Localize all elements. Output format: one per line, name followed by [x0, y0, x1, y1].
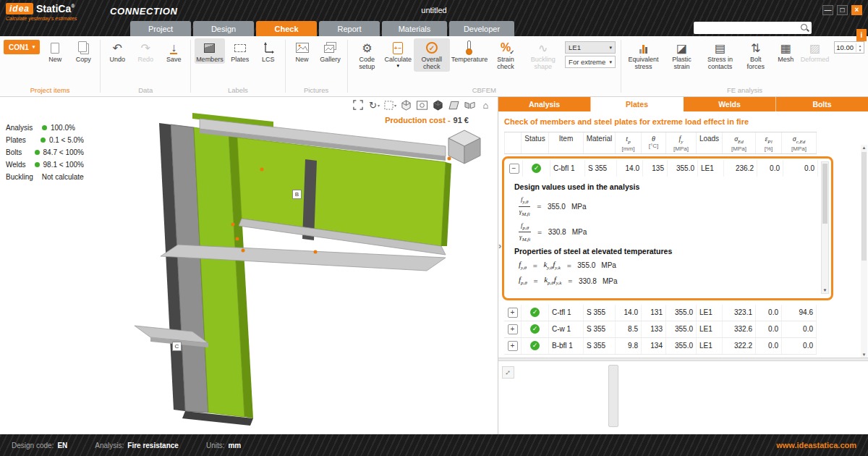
- detail-nav-chevron[interactable]: ›: [498, 240, 501, 251]
- plastic-strain-button[interactable]: ◪ Plastic strain: [664, 38, 699, 72]
- detail-scrollbar[interactable]: ▼: [821, 161, 829, 293]
- overall-check-icon: ✓: [426, 42, 438, 54]
- code-setup-button[interactable]: ⚙ Code setup: [351, 38, 383, 72]
- navigation-cube[interactable]: [444, 126, 485, 166]
- tab-report[interactable]: Report: [319, 21, 380, 36]
- gallery-button[interactable]: Gallery: [318, 38, 344, 64]
- load-case-select[interactable]: LE1▾: [565, 41, 616, 54]
- extreme-select[interactable]: For extreme▾: [565, 56, 616, 68]
- cell-tp: 14.0: [617, 160, 643, 177]
- row-expand-button[interactable]: +: [508, 341, 518, 351]
- members-toggle[interactable]: Members: [195, 38, 225, 64]
- bolt-forces-button[interactable]: ⇅ Bolt forces: [741, 38, 770, 72]
- view-cube-icon[interactable]: [400, 98, 412, 111]
- calculate-button[interactable]: +− Calculate ▾: [385, 38, 411, 69]
- results-content: Check of members and steel plates for ex…: [498, 111, 868, 434]
- members-icon: [204, 43, 215, 53]
- app-logo: idea StatiCa® Calculate yesterday's esti…: [6, 3, 77, 21]
- picture-icon: [296, 40, 309, 56]
- scroll-up-icon[interactable]: ▲: [861, 145, 867, 150]
- equivalent-stress-button[interactable]: Equivalent stress: [625, 38, 662, 72]
- scrollbar-thumb[interactable]: [861, 152, 867, 261]
- analysis-status: Analysis: Fire resistance: [95, 442, 179, 449]
- cell-item: C-w 1: [549, 321, 584, 337]
- results-scrollbar[interactable]: ▲ ▼: [861, 145, 867, 358]
- table-row[interactable]: + ✓ C-tfl 1 S 355 14.0 131 355.0 LE1 323…: [504, 305, 817, 321]
- minimize-button[interactable]: —: [822, 5, 833, 15]
- tab-design[interactable]: Design: [193, 21, 254, 36]
- search-icon[interactable]: [800, 23, 809, 33]
- con1-dropdown[interactable]: CON1▾: [4, 40, 40, 54]
- row-expand-button[interactable]: +: [508, 308, 518, 318]
- stepper-arrows[interactable]: ▴▾: [856, 43, 864, 52]
- mesh-button[interactable]: ▦ Mesh: [773, 38, 799, 64]
- overall-check-button[interactable]: ✓ Overall check: [414, 38, 451, 72]
- cell-sigma-ed: 332.6: [723, 321, 756, 337]
- cell-fy: 355.0: [666, 305, 697, 321]
- tab-bolts[interactable]: Bolts: [776, 97, 868, 111]
- lcs-toggle[interactable]: LCS: [255, 38, 281, 64]
- zoom-select-icon[interactable]: ▾: [384, 98, 396, 111]
- capture-view-icon[interactable]: [416, 98, 428, 111]
- buckling-shape-button[interactable]: ∿ Buckling shape: [524, 38, 561, 72]
- deformed-button[interactable]: ▨ Deformed: [801, 38, 829, 64]
- strain-check-button[interactable]: %✓ Strain check: [489, 38, 523, 72]
- row-expand-button[interactable]: +: [508, 324, 518, 334]
- table-row[interactable]: + ✓ B-bfl 1 S 355 9.8 134 355.0 LE1 322.…: [504, 338, 817, 355]
- deformed-scale-stepper[interactable]: 10.00 ▴▾: [834, 41, 864, 54]
- buckling-shape-icon: ∿: [538, 40, 548, 56]
- fit-view-icon[interactable]: [352, 98, 365, 111]
- tab-analysis[interactable]: Analysis: [498, 97, 591, 111]
- row-collapse-button[interactable]: −: [509, 164, 519, 174]
- info-button[interactable]: i: [856, 29, 867, 41]
- rotate-view-icon[interactable]: ↻▾: [368, 98, 380, 111]
- plates-toggle[interactable]: Plates: [227, 38, 253, 64]
- expand-panel-button[interactable]: ↕: [502, 366, 514, 379]
- viewport-3d[interactable]: ↻▾ ▾ ⌂ Production cost -91 €: [84, 97, 498, 434]
- results-panel: Analysis Plates Welds Bolts Check of mem…: [498, 97, 868, 434]
- chevron-down-icon: ▾: [378, 103, 380, 108]
- tab-check[interactable]: Check: [256, 21, 317, 36]
- scroll-down-icon[interactable]: ▼: [822, 288, 828, 292]
- copy-item-button[interactable]: Copy: [70, 38, 96, 64]
- bolt-forces-icon: ⇅: [751, 40, 760, 56]
- cell-loads: LE1: [698, 160, 724, 177]
- cell-theta: 135: [643, 160, 668, 177]
- cell-sigma-ced: 0.0: [782, 321, 817, 337]
- save-button[interactable]: ↓ Save: [161, 38, 187, 64]
- row-detail-panel: Design values used in the analysis fy,θ …: [506, 177, 818, 295]
- redo-button[interactable]: ↷ Redo: [132, 38, 158, 64]
- subpanel-scrollbar[interactable]: [608, 365, 618, 427]
- solid-view-icon[interactable]: [432, 98, 444, 111]
- workplane-icon[interactable]: [448, 98, 460, 111]
- restore-button[interactable]: □: [837, 5, 848, 15]
- cell-sigma-ed: 236.2: [724, 160, 757, 177]
- mirror-view-icon[interactable]: [464, 98, 476, 111]
- temperature-button[interactable]: Temperature: [452, 38, 487, 64]
- tab-materials[interactable]: Materials: [382, 21, 447, 36]
- website-link[interactable]: www.ideastatica.com: [776, 441, 856, 449]
- stress-in-contacts-button[interactable]: ▤ Stress in contacts: [702, 38, 739, 72]
- stress-contacts-icon: ▤: [715, 40, 726, 56]
- tab-project[interactable]: Project: [130, 21, 191, 36]
- tab-welds[interactable]: Welds: [684, 97, 776, 111]
- tab-developer[interactable]: Developer: [449, 21, 514, 36]
- cell-tp: 8.5: [616, 321, 642, 337]
- steel-connection-model[interactable]: [84, 97, 498, 434]
- design-code-status: Design code: EN: [12, 442, 67, 449]
- cell-material: S 355: [584, 338, 616, 354]
- table-row[interactable]: − ✓ C-bfl 1 S 355 14.0 135 355.0 LE1 236…: [506, 160, 818, 177]
- scroll-down-icon[interactable]: ▼: [861, 352, 867, 357]
- table-row[interactable]: + ✓ C-w 1 S 355 8.5 133 355.0 LE1 332.6 …: [504, 321, 817, 338]
- undo-button[interactable]: ↶ Undo: [104, 38, 130, 64]
- search-input[interactable]: [694, 22, 800, 34]
- new-picture-button[interactable]: New: [289, 38, 315, 64]
- close-button[interactable]: ×: [851, 5, 862, 15]
- tab-plates[interactable]: Plates: [591, 97, 684, 111]
- status-ok-icon: ✓: [532, 164, 541, 173]
- new-item-button[interactable]: New: [42, 38, 68, 64]
- home-view-icon[interactable]: ⌂: [480, 98, 492, 111]
- cell-eps-pl: 0.0: [757, 160, 783, 177]
- logo-tagline: Calculate yesterday's estimates: [6, 16, 77, 21]
- scrollbar-thumb[interactable]: [822, 164, 827, 224]
